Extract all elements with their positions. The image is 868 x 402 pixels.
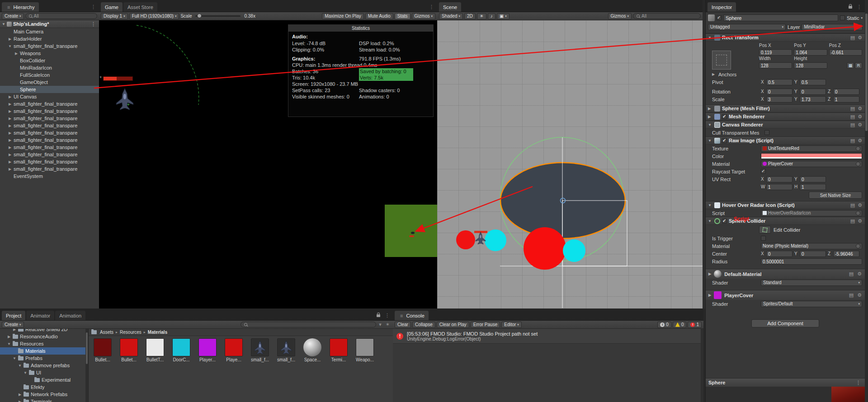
scale-x-field[interactable]: 3	[766, 96, 793, 103]
pivot-x-field[interactable]: 0.5	[766, 79, 793, 85]
static-checkbox[interactable]	[840, 15, 845, 20]
blueprint-mode-button[interactable]: ▦	[847, 62, 854, 69]
static-dropdown-caret-icon[interactable]: ▾	[861, 16, 863, 20]
asset-bullett[interactable]: BulletT...	[144, 338, 166, 362]
fold-arrow-icon[interactable]: ▶	[708, 107, 712, 111]
project-folder-materials[interactable]: Materials	[0, 347, 88, 355]
radius-field[interactable]: 0.5000001	[761, 258, 862, 265]
asset-bullet[interactable]: Bullet...	[118, 338, 140, 362]
tab-scene[interactable]: Scene	[439, 2, 461, 12]
tab-hierarchy[interactable]: ≡ Hierarchy	[2, 2, 39, 12]
rect-transform-header[interactable]: ▼ Rect Transform ▤⚙	[706, 33, 865, 42]
more-icon[interactable]: ⋮	[854, 380, 862, 386]
fold-arrow-icon[interactable]: ▶	[712, 72, 717, 76]
hierarchy-item-small-fighter-final-transpare[interactable]: ▶small_fighter_final_transpare	[0, 122, 99, 129]
cull-transparent-checkbox[interactable]	[764, 130, 769, 135]
physic-material-field[interactable]: None (Physic Material)	[761, 243, 862, 249]
pos-y-field[interactable]: 1.064	[794, 49, 827, 56]
gear-icon[interactable]: ⚙	[857, 138, 863, 144]
tree-scrollbar[interactable]	[85, 329, 88, 402]
fold-arrow-icon[interactable]: ▶	[6, 335, 12, 339]
center-y-field[interactable]: 0	[800, 251, 826, 257]
asset-doorc[interactable]: DoorC...	[170, 338, 193, 362]
object-picker-icon[interactable]	[856, 162, 860, 166]
object-picker-icon[interactable]	[856, 146, 860, 151]
fold-arrow-icon[interactable]: ▶	[7, 117, 13, 121]
fold-arrow-icon[interactable]: ▼	[708, 219, 712, 223]
fold-arrow-icon[interactable]: ▶	[7, 102, 13, 106]
fold-arrow-icon[interactable]: ▶	[7, 37, 13, 41]
gear-icon[interactable]: ⚙	[857, 292, 862, 298]
help-icon[interactable]: ▤	[849, 271, 854, 277]
default-material-strip[interactable]: ▶ Default-Material ▤⚙	[706, 269, 865, 279]
project-search-input[interactable]	[241, 322, 376, 327]
fold-arrow-icon[interactable]: ▼	[23, 371, 28, 375]
info-count-toggle[interactable]: i0	[657, 322, 671, 328]
asset-weapo[interactable]: Weapo...	[354, 338, 376, 362]
asset-termi[interactable]: Termi...	[327, 338, 350, 362]
fold-arrow-icon[interactable]: ▶	[14, 51, 19, 56]
help-icon[interactable]: ▤	[850, 106, 855, 112]
scene-lighting-button[interactable]: ☀	[477, 13, 486, 19]
active-checkbox[interactable]	[717, 15, 722, 20]
more-icon[interactable]: ⋮	[855, 4, 863, 10]
help-icon[interactable]: ▤	[850, 35, 855, 41]
more-icon[interactable]: ⋮	[90, 4, 97, 10]
project-folder-adamove-prefabs[interactable]: ▼Adamove prefabs	[0, 362, 88, 369]
center-x-field[interactable]: 0	[766, 251, 793, 257]
shading-mode-dropdown[interactable]: Shaded▾	[439, 13, 463, 19]
gameobject-name-field[interactable]: Sphere	[723, 14, 838, 21]
is-trigger-checkbox[interactable]	[761, 236, 766, 241]
asset-bullet[interactable]: Bullet...	[91, 338, 114, 362]
set-native-size-button[interactable]: Set Native Size	[809, 192, 862, 199]
scene-gizmos-dropdown[interactable]: Gizmos▾	[608, 13, 632, 19]
stats-button[interactable]: Stats	[395, 13, 410, 19]
texture-object-field[interactable]: UnitTextureRed	[761, 145, 862, 152]
hierarchy-item-small-fighter-final-transpare[interactable]: ▶small_fighter_final_transpare	[0, 144, 99, 151]
shader-dropdown[interactable]: Standard▾	[761, 280, 862, 286]
mesh-renderer-header[interactable]: ▶ Mesh Renderer ▤⚙	[706, 112, 865, 121]
hierarchy-item-radarholder[interactable]: ▶RadarHolder	[0, 35, 99, 42]
help-icon[interactable]: ▤	[849, 292, 854, 298]
hierarchy-item-small-fighter-final-transpare[interactable]: ▶small_fighter_final_transpare	[0, 100, 99, 108]
create-dropdown[interactable]: Create▾	[2, 13, 24, 19]
tab-asset-store[interactable]: Asset Store	[123, 2, 157, 12]
asset-playe[interactable]: Playe...	[222, 338, 245, 362]
pos-z-field[interactable]: -0.661	[829, 49, 862, 56]
fold-arrow-icon[interactable]: ▶	[12, 329, 17, 332]
fold-arrow-icon[interactable]: ▼	[2, 22, 5, 26]
hierarchy-item-eventsystem[interactable]: EventSystem	[0, 173, 99, 180]
hierarchy-item-small-fighter-final-transpare[interactable]: ▼small_fighter_final_transpare	[0, 42, 99, 50]
error-count-toggle[interactable]: !1	[688, 322, 702, 328]
cyan-radar-blip-left[interactable]	[485, 229, 506, 251]
create-dropdown[interactable]: Create▾	[2, 322, 24, 328]
help-icon[interactable]: ▤	[850, 114, 855, 120]
raw-image-header[interactable]: ▼ Raw Image (Script) ▤⚙	[706, 136, 865, 145]
fold-arrow-icon[interactable]: ▶	[7, 109, 13, 113]
warning-count-toggle[interactable]: 0	[673, 322, 687, 328]
fold-arrow-icon[interactable]: ▶	[708, 293, 711, 297]
scale-slider[interactable]	[195, 15, 241, 17]
gear-icon[interactable]: ⚙	[857, 122, 863, 128]
hierarchy-item-small-fighter-final-transpare[interactable]: ▶small_fighter_final_transpare	[0, 108, 99, 115]
asset-small-f[interactable]: small_f...	[249, 338, 271, 362]
layer-dropdown[interactable]: MiniRadar▾	[802, 24, 863, 30]
help-icon[interactable]: ▤	[850, 122, 855, 128]
playercover-material-strip[interactable]: ▶ PlayerCover ▤⚙	[706, 290, 865, 300]
center-z-field[interactable]: -5.96046	[833, 251, 859, 257]
fold-arrow-icon[interactable]: ▼	[708, 139, 712, 143]
height-field[interactable]: 128	[794, 62, 827, 69]
tab-animator[interactable]: Animator	[26, 311, 54, 320]
hierarchy-item-small-fighter-final-transpare[interactable]: ▶small_fighter_final_transpare	[0, 115, 99, 122]
fold-arrow-icon[interactable]: ▶	[7, 95, 13, 99]
project-folder-prefabs[interactable]: ▼Prefabs	[0, 355, 88, 362]
rotation-z-field[interactable]: 0	[833, 89, 859, 95]
fold-arrow-icon[interactable]: ▶	[7, 160, 13, 164]
fold-arrow-icon[interactable]: ▶	[17, 393, 23, 397]
raw-edit-button[interactable]: R	[855, 62, 862, 69]
breadcrumb-assets[interactable]: Assets	[100, 330, 113, 335]
edit-collider-button[interactable]	[759, 226, 771, 234]
more-icon[interactable]: ⋮	[428, 4, 435, 10]
help-icon[interactable]: ▤	[850, 138, 855, 144]
tab-inspector[interactable]: Inspector	[708, 2, 736, 12]
